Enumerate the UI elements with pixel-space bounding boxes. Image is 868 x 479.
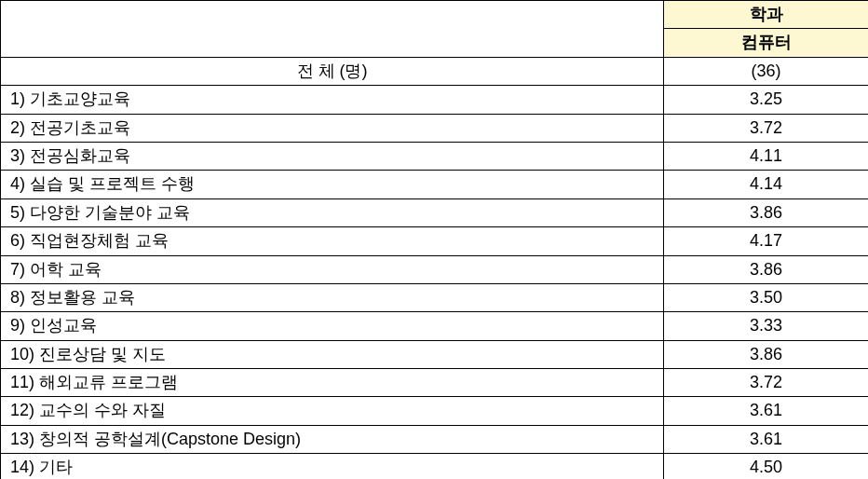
total-label: 전 체 (명) [1,57,664,85]
total-row: 전 체 (명) (36) [1,57,869,85]
table-row: 3) 전공심화교육4.11 [1,142,869,170]
row-label: 3) 전공심화교육 [1,142,664,170]
row-label: 2) 전공기초교육 [1,114,664,142]
row-value: 3.86 [664,255,869,283]
table-row: 12) 교수의 수와 자질3.61 [1,397,869,425]
row-label: 11) 해외교류 프로그램 [1,369,664,397]
row-value: 3.86 [664,340,869,368]
row-label: 8) 정보활용 교육 [1,283,664,311]
row-value: 3.72 [664,369,869,397]
table-row: 10) 진로상담 및 지도3.86 [1,340,869,368]
row-label: 12) 교수의 수와 자질 [1,397,664,425]
row-value: 3.50 [664,283,869,311]
row-value: 4.50 [664,454,869,479]
table-row: 5) 다양한 기술분야 교육3.86 [1,198,869,226]
row-value: 4.11 [664,142,869,170]
table-row: 11) 해외교류 프로그램3.72 [1,369,869,397]
survey-table: 학과 컴퓨터 전 체 (명) (36) 1) 기초교양교육3.252) 전공기초… [0,0,868,479]
row-label: 13) 창의적 공학설계(Capstone Design) [1,425,664,453]
row-label: 1) 기초교양교육 [1,86,664,114]
row-value: 3.61 [664,425,869,453]
row-value: 3.25 [664,86,869,114]
row-label: 6) 직업현장체험 교육 [1,227,664,255]
row-value: 3.72 [664,114,869,142]
row-label: 5) 다양한 기술분야 교육 [1,198,664,226]
table-row: 8) 정보활용 교육3.50 [1,283,869,311]
row-label: 10) 진로상담 및 지도 [1,340,664,368]
row-value: 3.86 [664,198,869,226]
row-label: 9) 인성교육 [1,312,664,340]
row-value: 3.61 [664,397,869,425]
table-row: 4) 실습 및 프로젝트 수행4.14 [1,171,869,198]
row-label: 7) 어학 교육 [1,255,664,283]
table-row: 6) 직업현장체험 교육4.17 [1,227,869,255]
row-value: 4.14 [664,171,869,198]
table-row: 2) 전공기초교육3.72 [1,114,869,142]
row-value: 3.33 [664,312,869,340]
table-row: 9) 인성교육3.33 [1,312,869,340]
total-value: (36) [664,57,869,85]
header-dept-label: 학과 [664,1,869,29]
header-dept-name: 컴퓨터 [664,29,869,57]
table-row: 7) 어학 교육3.86 [1,255,869,283]
table-row: 13) 창의적 공학설계(Capstone Design)3.61 [1,425,869,453]
row-label: 14) 기타 [1,454,664,479]
row-label: 4) 실습 및 프로젝트 수행 [1,171,664,198]
table-row: 1) 기초교양교육3.25 [1,86,869,114]
table-row: 14) 기타4.50 [1,454,869,479]
row-value: 4.17 [664,227,869,255]
header-row-1: 학과 [1,1,869,29]
header-blank [1,1,664,58]
